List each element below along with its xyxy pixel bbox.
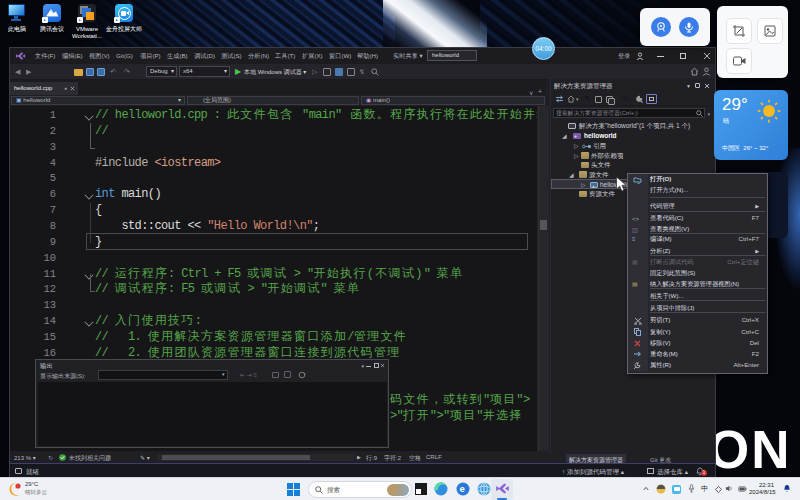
svg-text:e: e	[459, 483, 464, 494]
